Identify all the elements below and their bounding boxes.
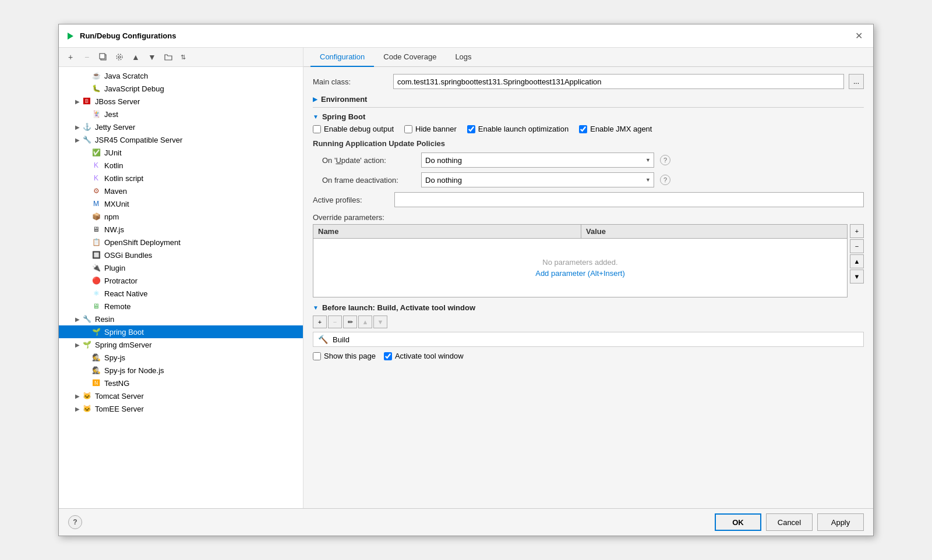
svg-text:⇅: ⇅ — [181, 54, 186, 61]
tree-item-jsr45[interactable]: ▶🔧JSR45 Compatible Server — [59, 133, 303, 146]
tree-item-osgi[interactable]: 🔲OSGi Bundles — [59, 249, 303, 261]
tree-label-jsr45: JSR45 Compatible Server — [95, 136, 182, 144]
tree-item-java-scratch[interactable]: ☕Java Scratch — [59, 69, 303, 82]
tree-item-spring-boot[interactable]: 🌱Spring Boot — [59, 325, 303, 338]
tree-item-javascript-debug[interactable]: 🐛JavaScript Debug — [59, 82, 303, 95]
on-frame-help-icon[interactable]: ? — [660, 175, 670, 185]
run-debug-configurations-dialog: Run/Debug Configurations ✕ + − ▲ ▼ — [58, 24, 874, 536]
params-up-button[interactable]: ▲ — [850, 254, 864, 268]
copy-config-button[interactable] — [96, 50, 110, 64]
tree-label-spring-boot: Spring Boot — [104, 328, 144, 336]
tree-item-remote[interactable]: 🖥Remote — [59, 300, 303, 313]
params-down-button[interactable]: ▼ — [850, 270, 864, 283]
main-class-input[interactable] — [393, 74, 844, 89]
tree-item-jetty-server[interactable]: ▶⚓Jetty Server — [59, 120, 303, 133]
activate-window-checkbox[interactable] — [384, 352, 392, 360]
tree-icon-spy-js-node: 🕵 — [91, 366, 101, 375]
tree-icon-javascript-debug: 🐛 — [91, 84, 101, 93]
tree-item-spring-dmserver[interactable]: ▶🌱Spring dmServer — [59, 338, 303, 351]
content-area: + − ▲ ▼ ⇅ ☕Java Scratch🐛JavaScript Debug — [59, 48, 873, 508]
add-config-button[interactable]: + — [63, 50, 77, 64]
tree-item-spy-js[interactable]: 🕵Spy-js — [59, 351, 303, 364]
right-panel: ConfigurationCode CoverageLogs Main clas… — [303, 48, 873, 508]
add-param-link[interactable]: Add parameter (Alt+Insert) — [535, 269, 625, 278]
tree-item-resin[interactable]: ▶🔧Resin — [59, 313, 303, 325]
before-launch-section: ▼ Before launch: Build, Activate tool wi… — [313, 303, 864, 360]
spring-boot-arrow: ▼ — [313, 114, 319, 120]
params-add-button[interactable]: + — [850, 224, 864, 238]
tree-item-spy-js-node[interactable]: 🕵Spy-js for Node.js — [59, 364, 303, 377]
checkbox-enable-debug[interactable] — [313, 125, 321, 133]
tree-icon-spring-boot: 🌱 — [91, 327, 101, 336]
cancel-button[interactable]: Cancel — [766, 513, 813, 531]
tree-item-nwjs[interactable]: 🖥NW.js — [59, 223, 303, 236]
on-frame-select[interactable]: Do nothingUpdate classes and resourcesHo… — [421, 172, 654, 187]
tree-item-jest[interactable]: 🃏Jest — [59, 108, 303, 120]
main-class-browse-button[interactable]: ... — [849, 74, 864, 89]
tree-label-resin: Resin — [95, 315, 114, 324]
show-page-checkbox[interactable] — [313, 352, 321, 360]
build-row: 🔨 Build — [313, 332, 864, 347]
tree-label-osgi: OSGi Bundles — [104, 251, 152, 260]
tab-configuration[interactable]: Configuration — [310, 48, 374, 67]
bl-up-button[interactable]: ▲ — [358, 316, 372, 328]
tree-item-tomcat-server[interactable]: ▶🐱Tomcat Server — [59, 389, 303, 402]
tree-item-tomee-server[interactable]: ▶🐱TomEE Server — [59, 402, 303, 415]
tree-item-junit[interactable]: ✅JUnit — [59, 146, 303, 159]
tree-item-jboss-server[interactable]: ▶🅱JBoss Server — [59, 95, 303, 108]
checkbox-enable-launch[interactable] — [467, 125, 475, 133]
tree-item-npm[interactable]: 📦npm — [59, 210, 303, 223]
tree-item-openshift[interactable]: 📋OpenShift Deployment — [59, 236, 303, 249]
svg-point-5 — [116, 54, 122, 60]
on-update-select[interactable]: Do nothingUpdate classes and resourcesHo… — [421, 153, 654, 168]
tree-icon-tomcat-server: 🐱 — [82, 391, 91, 400]
tree-label-react-native: React Native — [104, 289, 147, 298]
checkbox-enable-jmx[interactable] — [579, 125, 587, 133]
sort-button[interactable]: ⇅ — [178, 50, 192, 64]
tree-item-react-native[interactable]: ⚛React Native — [59, 287, 303, 300]
params-remove-button[interactable]: − — [850, 239, 864, 253]
spring-boot-section-header[interactable]: ▼ Spring Boot — [313, 112, 864, 121]
active-profiles-input[interactable] — [394, 192, 864, 207]
before-launch-header[interactable]: ▼ Before launch: Build, Activate tool wi… — [313, 303, 864, 312]
close-button[interactable]: ✕ — [852, 29, 866, 42]
tree-item-plugin[interactable]: 🔌Plugin — [59, 261, 303, 274]
move-down-button[interactable]: ▼ — [145, 50, 159, 64]
bl-remove-button[interactable]: − — [328, 316, 342, 328]
tab-logs[interactable]: Logs — [446, 48, 481, 67]
settings-config-button[interactable] — [112, 50, 126, 64]
tree-item-protractor[interactable]: 🔴Protractor — [59, 274, 303, 287]
environment-section-header[interactable]: ▶ Environment — [313, 95, 864, 104]
apply-button[interactable]: Apply — [817, 513, 864, 531]
bl-edit-button[interactable]: ✏ — [343, 316, 357, 328]
tree-item-maven[interactable]: ⚙Maven — [59, 185, 303, 197]
tree-label-npm: npm — [104, 212, 119, 221]
tree-icon-nwjs: 🖥 — [91, 225, 101, 234]
config-tree[interactable]: ☕Java Scratch🐛JavaScript Debug▶🅱JBoss Se… — [59, 67, 303, 508]
folder-button[interactable] — [161, 50, 175, 64]
help-button[interactable]: ? — [68, 515, 82, 529]
tree-item-kotlin[interactable]: KKotlin — [59, 159, 303, 172]
add-param-link-wrapper: Add parameter (Alt+Insert) — [535, 269, 625, 278]
tree-icon-osgi: 🔲 — [91, 250, 101, 260]
tree-icon-plugin: 🔌 — [91, 263, 101, 272]
on-update-select-wrapper: Do nothingUpdate classes and resourcesHo… — [421, 153, 654, 168]
bl-down-button[interactable]: ▼ — [373, 316, 387, 328]
params-name-header: Name — [313, 225, 581, 238]
remove-config-button[interactable]: − — [80, 50, 94, 64]
bl-add-button[interactable]: + — [313, 316, 327, 328]
on-frame-row: On frame deactivation: Do nothingUpdate … — [313, 172, 864, 187]
checkbox-hide-banner[interactable] — [404, 125, 412, 133]
no-params-text: No parameters added. — [542, 258, 617, 267]
tree-item-testng[interactable]: 🅽TestNG — [59, 377, 303, 389]
move-up-button[interactable]: ▲ — [129, 50, 143, 64]
tree-icon-jsr45: 🔧 — [82, 135, 91, 144]
tree-icon-spy-js: 🕵 — [91, 353, 101, 362]
checkbox-item-enable-debug: Enable debug output — [313, 125, 394, 133]
on-update-help-icon[interactable]: ? — [660, 155, 670, 165]
tab-code-coverage[interactable]: Code Coverage — [374, 48, 446, 67]
tree-expand-arrow-spring-dmserver: ▶ — [73, 342, 82, 348]
tree-item-mxunit[interactable]: MMXUnit — [59, 197, 303, 210]
tree-item-kotlin-script[interactable]: KKotlin script — [59, 172, 303, 185]
ok-button[interactable]: OK — [715, 513, 761, 531]
